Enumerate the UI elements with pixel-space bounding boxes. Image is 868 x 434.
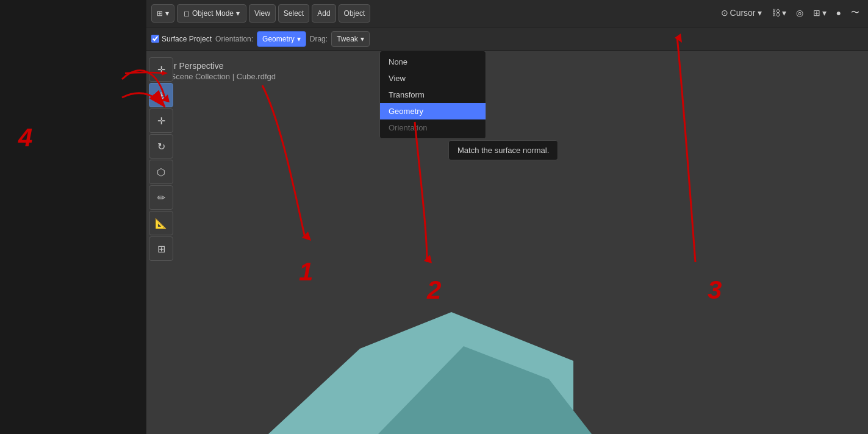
top-toolbar: ⊞ ▾ ◻ Object Mode ▾ View Select Add Obje…: [146, 0, 868, 27]
geometry-label: Geometry: [262, 35, 295, 43]
move-tool-icon: ✛: [157, 115, 165, 127]
audio-icon: ◎: [796, 8, 803, 18]
left-panel: [0, 0, 146, 434]
object-menu-button[interactable]: Object: [339, 4, 371, 23]
cursor-label: Cursor: [730, 8, 756, 18]
tweak-label: Tweak: [337, 35, 358, 43]
view-menu-button[interactable]: View: [249, 4, 276, 23]
grid-icon: ⊞: [157, 9, 163, 18]
select-tool-icon: ✛: [157, 64, 165, 76]
tooltip-surface-normal: Match the surface normal.: [448, 140, 558, 160]
select-label: Select: [284, 9, 304, 18]
left-tools: ✛ ⊕ ✛ ↻ ⬡ ✏ 📐 ⊞: [146, 55, 177, 263]
link-icon: ⛓: [772, 8, 780, 18]
object-mode-arrow: ▾: [236, 9, 240, 18]
transform-tool-icon: ⬡: [157, 166, 165, 178]
menu-item-view[interactable]: View: [380, 70, 486, 87]
wave-button[interactable]: 〜: [847, 5, 863, 21]
add-tool-icon: ⊞: [157, 243, 165, 255]
viewport: [146, 34, 868, 434]
grid-toggle-button[interactable]: ⊞ ▾: [151, 4, 174, 23]
view-label: View: [254, 9, 270, 18]
object-mode-icon: ◻: [184, 9, 190, 18]
rotate-tool-button[interactable]: ↻: [149, 134, 173, 158]
rotate-tool-icon: ↻: [157, 141, 165, 152]
annotate-tool-icon: ✏: [157, 192, 165, 204]
gizmo-icon: ●: [836, 8, 841, 18]
cursor-tool-icon: ⊕: [157, 90, 165, 101]
geometry-arrow: ▾: [297, 35, 301, 43]
transform-tool-button[interactable]: ⬡: [149, 160, 173, 184]
link-arrow: ▾: [782, 8, 786, 18]
add-menu-button[interactable]: Add: [312, 4, 335, 23]
audio-button[interactable]: ◎: [792, 5, 807, 20]
cursor-icon: ⊙: [721, 8, 728, 18]
menu-item-transform[interactable]: Transform: [380, 87, 486, 103]
cursor-menu-button[interactable]: ⊙ Cursor ▾: [717, 5, 766, 20]
geometry-dropdown-menu: None View Transform Geometry Orientation: [379, 51, 486, 139]
drag-label: Drag:: [310, 35, 328, 43]
object-mode-button[interactable]: ◻ Object Mode ▾: [177, 4, 246, 23]
cursor-tool-button[interactable]: ⊕: [149, 83, 173, 107]
menu-item-orientation: Orientation: [380, 119, 486, 136]
move-tool-button[interactable]: ✛: [149, 108, 173, 133]
object-label: Object: [344, 9, 365, 18]
add-label: Add: [317, 9, 330, 18]
add-tool-button[interactable]: ⊞: [149, 237, 173, 261]
wave-icon: 〜: [851, 7, 859, 18]
link-button[interactable]: ⛓ ▾: [768, 5, 790, 20]
right-toolbar: ⊙ Cursor ▾ ⛓ ▾ ◎ ⊞ ▾ ● 〜: [717, 5, 863, 21]
grid-arrow: ▾: [165, 9, 169, 18]
menu-item-geometry[interactable]: Geometry: [380, 103, 486, 119]
tweak-arrow: ▾: [360, 35, 364, 43]
viewport-overlays-button[interactable]: ⊞ ▾: [809, 5, 830, 20]
cursor-arrow: ▾: [758, 8, 762, 18]
select-menu-button[interactable]: Select: [278, 4, 309, 23]
measure-tool-button[interactable]: 📐: [149, 211, 173, 235]
menu-item-none[interactable]: None: [380, 54, 486, 70]
tweak-dropdown-button[interactable]: Tweak ▾: [331, 31, 370, 47]
annotate-tool-button[interactable]: ✏: [149, 185, 173, 210]
surface-project-text: Surface Project: [162, 35, 212, 43]
overlay-grid-icon: ⊞: [813, 8, 820, 18]
measure-tool-icon: 📐: [155, 218, 167, 229]
tooltip-text: Match the surface normal.: [457, 146, 549, 155]
object-mode-label: Object Mode: [192, 9, 234, 18]
overlay-arrow: ▾: [822, 8, 827, 18]
orientation-label: Orientation:: [215, 35, 253, 43]
surface-project-checkbox[interactable]: [151, 35, 159, 43]
surface-project-label[interactable]: Surface Project: [151, 35, 212, 43]
geometry-dropdown-button[interactable]: Geometry ▾: [257, 31, 306, 47]
select-tool-button[interactable]: ✛: [149, 57, 173, 82]
gizmo-button[interactable]: ●: [833, 5, 845, 20]
sub-toolbar: Surface Project Orientation: Geometry ▾ …: [146, 27, 868, 51]
